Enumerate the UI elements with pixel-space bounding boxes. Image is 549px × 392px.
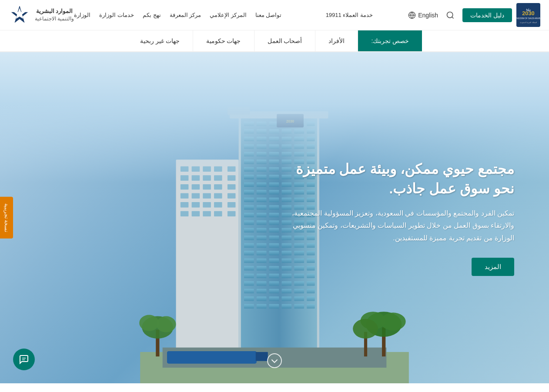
svg-rect-134 <box>244 236 254 240</box>
svg-rect-177 <box>257 289 267 293</box>
sub-navigation: خصص تجربتك: الأفراد أصحاب العمل جهات حكو… <box>0 30 549 52</box>
svg-rect-33 <box>192 202 200 207</box>
svg-rect-27 <box>181 193 189 199</box>
scroll-indicator[interactable] <box>267 353 282 370</box>
svg-rect-35 <box>214 202 222 207</box>
svg-point-210 <box>381 312 406 330</box>
nav-ministry[interactable]: الوزارة <box>74 12 90 18</box>
svg-rect-171 <box>257 281 267 286</box>
svg-rect-136 <box>269 236 279 240</box>
svg-rect-105 <box>257 198 267 202</box>
svg-rect-26 <box>228 184 236 189</box>
svg-rect-24 <box>203 184 211 189</box>
globe-icon <box>408 11 416 19</box>
svg-rect-179 <box>281 289 291 293</box>
svg-rect-187 <box>307 296 315 301</box>
vision-2030-logo[interactable]: رؤية 2030 KINGDOM OF SAUDI ARABIA المملك… <box>516 3 540 27</box>
svg-rect-186 <box>294 296 304 301</box>
subnav-customize[interactable]: خصص تجربتك: <box>358 30 422 51</box>
svg-rect-93 <box>257 183 267 187</box>
svg-rect-185 <box>281 296 291 301</box>
svg-rect-141 <box>257 243 267 248</box>
trial-version-tab[interactable]: نسخة تجريبية <box>0 197 13 239</box>
svg-rect-183 <box>257 296 267 301</box>
search-button[interactable] <box>442 7 458 23</box>
nav-knowledge-center[interactable]: مركز المعرفة <box>170 12 201 18</box>
hero-title: مجتمع حيوي ممكن، وبيئة عمل متميزة نحو سو… <box>288 159 514 199</box>
more-button[interactable]: المزيد <box>472 258 514 276</box>
subnav-employers[interactable]: أصحاب العمل <box>254 30 315 51</box>
scroll-down-icon <box>267 353 282 369</box>
svg-rect-170 <box>244 281 254 286</box>
svg-rect-188 <box>244 304 254 309</box>
svg-rect-191 <box>281 304 291 309</box>
svg-rect-36 <box>228 202 236 207</box>
ministry-title: الموارد البشرية والتنمية الاجتماعية <box>35 7 74 23</box>
svg-rect-152 <box>244 259 254 263</box>
svg-rect-123 <box>257 220 267 225</box>
language-label: English <box>418 12 438 19</box>
svg-rect-106 <box>269 198 279 202</box>
hero-section: 2030 نسخة تجريبية <box>0 52 549 383</box>
nav-media-center[interactable]: المركز الإعلامي <box>210 12 247 18</box>
svg-rect-173 <box>281 281 291 286</box>
subnav-nonprofit[interactable]: جهات غير ربحية <box>127 30 193 51</box>
svg-rect-153 <box>257 259 267 263</box>
svg-rect-176 <box>244 289 254 293</box>
svg-rect-94 <box>269 183 279 187</box>
svg-rect-146 <box>244 251 254 255</box>
chat-icon <box>19 354 29 365</box>
nav-contact-us[interactable]: تواصل معنا <box>255 12 282 18</box>
svg-rect-190 <box>269 304 279 309</box>
subnav-government[interactable]: جهات حكومية <box>193 30 254 51</box>
svg-rect-29 <box>203 193 211 199</box>
language-switcher[interactable]: English <box>408 11 438 19</box>
svg-rect-110 <box>244 205 254 209</box>
svg-rect-34 <box>203 202 211 207</box>
svg-rect-148 <box>269 251 279 255</box>
svg-rect-192 <box>294 304 304 309</box>
svg-rect-200 <box>167 351 257 364</box>
svg-rect-189 <box>257 304 267 309</box>
subnav-individuals[interactable]: الأفراد <box>315 30 358 51</box>
svg-rect-130 <box>269 228 279 233</box>
svg-rect-175 <box>307 281 315 286</box>
svg-rect-23 <box>192 184 200 189</box>
svg-rect-135 <box>257 236 267 240</box>
svg-rect-165 <box>257 274 267 278</box>
svg-marker-202 <box>256 352 268 361</box>
svg-point-205 <box>139 315 159 331</box>
svg-rect-92 <box>244 183 254 187</box>
nav-ministry-services[interactable]: خدمات الوزارة <box>99 12 134 18</box>
nav-customer-service[interactable]: خدمة العملاء 19911 <box>290 12 408 18</box>
main-navigation: خدمة العملاء 19911 تواصل معنا المركز الإ… <box>74 12 408 18</box>
svg-rect-41 <box>228 211 236 216</box>
svg-rect-147 <box>257 251 267 255</box>
svg-text:2030: 2030 <box>522 10 535 17</box>
svg-rect-158 <box>244 266 254 270</box>
hero-content: مجتمع حيوي ممكن، وبيئة عمل متميزة نحو سو… <box>288 159 514 276</box>
svg-rect-117 <box>257 213 267 217</box>
svg-rect-99 <box>257 190 267 194</box>
hero-description: تمكين الفرد والمجتمع والمؤسسات في السعود… <box>288 207 514 245</box>
svg-rect-174 <box>294 281 304 286</box>
svg-rect-22 <box>181 184 189 189</box>
svg-point-5 <box>447 12 453 17</box>
svg-rect-129 <box>257 228 267 233</box>
svg-text:المملكة العربية السعودية: المملكة العربية السعودية <box>520 21 536 23</box>
svg-text:KINGDOM OF SAUDI ARABIA: KINGDOM OF SAUDI ARABIA <box>516 17 540 20</box>
svg-rect-193 <box>307 304 315 309</box>
header-left: الموارد البشرية والتنمية الاجتماعية <box>9 4 74 26</box>
svg-rect-30 <box>214 193 222 199</box>
svg-rect-100 <box>269 190 279 194</box>
nav-your-approach[interactable]: نهج بكم <box>143 12 161 18</box>
svg-rect-112 <box>269 205 279 209</box>
services-button[interactable]: دليل الخدمات <box>462 8 512 22</box>
header-right: رؤية 2030 KINGDOM OF SAUDI ARABIA المملك… <box>408 3 540 27</box>
svg-rect-39 <box>203 211 211 216</box>
chat-button[interactable] <box>13 349 35 370</box>
svg-rect-180 <box>294 289 304 293</box>
svg-rect-178 <box>269 289 279 293</box>
svg-rect-25 <box>214 184 222 189</box>
svg-rect-140 <box>244 243 254 248</box>
